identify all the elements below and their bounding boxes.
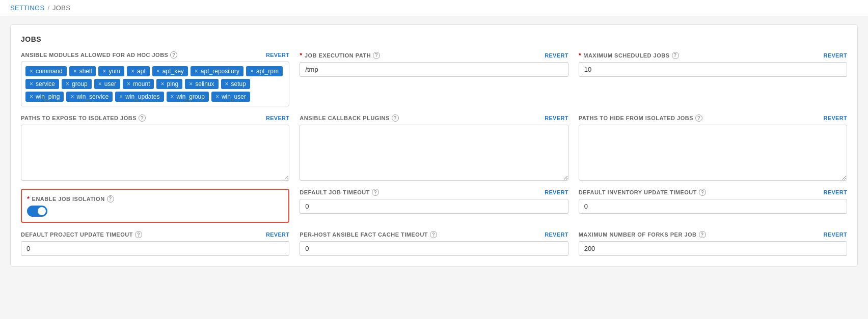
tag-remove-apt_key[interactable]: × <box>156 68 160 75</box>
main-content: JOBS ANSIBLE MODULES ALLOWED FOR AD HOC … <box>0 16 868 275</box>
tag-win_service: ×win_service <box>66 92 113 102</box>
per-host-fact-cache-timeout-revert-button[interactable]: REVERT <box>545 231 568 238</box>
max-scheduled-jobs-help-icon[interactable]: ? <box>672 52 679 59</box>
paths-expose-header: PATHS TO EXPOSE TO ISOLATED JOBS ? REVER… <box>21 114 289 122</box>
breadcrumb-separator: / <box>47 4 49 12</box>
paths-hide-help-icon[interactable]: ? <box>695 114 702 122</box>
tag-win_ping: ×win_ping <box>25 92 64 102</box>
max-forks-per-job-header: MAXIMUM NUMBER OF FORKS PER JOB ? REVERT <box>579 231 847 238</box>
breadcrumb-settings-link[interactable]: SETTINGS <box>10 4 44 12</box>
tag-remove-setup[interactable]: × <box>225 80 229 88</box>
job-execution-path-field: * JOB EXECUTION PATH ? REVERT <box>300 51 568 106</box>
tag-setup: ×setup <box>221 79 250 89</box>
ansible-callback-plugins-textarea[interactable] <box>300 125 568 181</box>
section-title: JOBS <box>21 35 847 43</box>
max-scheduled-jobs-label: * MAXIMUM SCHEDULED JOBS ? <box>579 51 679 59</box>
tag-remove-win_ping[interactable]: × <box>30 93 33 100</box>
default-job-timeout-help-icon[interactable]: ? <box>372 189 379 196</box>
default-project-update-timeout-revert-button[interactable]: REVERT <box>266 231 289 238</box>
max-forks-per-job-revert-button[interactable]: REVERT <box>824 231 847 238</box>
tag-remove-yum[interactable]: × <box>102 68 106 75</box>
tag-remove-win_updates[interactable]: × <box>119 93 123 100</box>
ansible-modules-help-icon[interactable]: ? <box>170 51 177 59</box>
tag-user: ×user <box>94 79 120 89</box>
job-execution-path-revert-button[interactable]: REVERT <box>545 52 568 59</box>
default-job-timeout-field: DEFAULT JOB TIMEOUT ? REVERT <box>300 189 568 223</box>
paths-expose-revert-button[interactable]: REVERT <box>266 115 289 121</box>
tag-remove-apt_rpm[interactable]: × <box>250 68 254 75</box>
enable-job-isolation-required: * <box>27 195 30 202</box>
tag-command: ×command <box>25 66 67 76</box>
tag-remove-command[interactable]: × <box>30 68 33 75</box>
default-project-update-timeout-input[interactable] <box>21 241 289 256</box>
default-inventory-update-timeout-help-icon[interactable]: ? <box>699 189 706 196</box>
tag-apt_repository: ×apt_repository <box>191 66 243 76</box>
job-execution-path-input[interactable] <box>300 62 568 77</box>
enable-job-isolation-label: * ENABLE JOB ISOLATION ? <box>27 195 114 202</box>
max-forks-per-job-label: MAXIMUM NUMBER OF FORKS PER JOB ? <box>579 231 706 238</box>
tag-remove-mount[interactable]: × <box>127 80 130 88</box>
default-inventory-update-timeout-input[interactable] <box>579 199 847 214</box>
default-project-update-timeout-help-icon[interactable]: ? <box>135 231 142 238</box>
tag-remove-apt_repository[interactable]: × <box>195 68 198 75</box>
max-scheduled-jobs-revert-button[interactable]: REVERT <box>824 52 847 59</box>
tag-remove-service[interactable]: × <box>30 80 33 88</box>
default-inventory-update-timeout-field: DEFAULT INVENTORY UPDATE TIMEOUT ? REVER… <box>579 189 847 223</box>
tag-remove-group[interactable]: × <box>66 80 69 88</box>
paths-expose-label: PATHS TO EXPOSE TO ISOLATED JOBS ? <box>21 114 146 122</box>
job-execution-path-help-icon[interactable]: ? <box>373 52 380 59</box>
per-host-fact-cache-timeout-label: PER-HOST ANSIBLE FACT CACHE TIMEOUT ? <box>300 231 437 238</box>
tag-service: ×service <box>25 79 59 89</box>
tag-remove-ping[interactable]: × <box>160 80 164 88</box>
default-inventory-update-timeout-label: DEFAULT INVENTORY UPDATE TIMEOUT ? <box>579 189 706 196</box>
paths-expose-textarea[interactable] <box>21 125 289 181</box>
default-job-timeout-revert-button[interactable]: REVERT <box>545 189 568 195</box>
max-scheduled-jobs-header: * MAXIMUM SCHEDULED JOBS ? REVERT <box>579 51 847 59</box>
tag-yum: ×yum <box>98 66 124 76</box>
enable-job-isolation-help-icon[interactable]: ? <box>107 195 114 202</box>
paths-expose-help-icon[interactable]: ? <box>139 114 146 122</box>
max-scheduled-jobs-required: * <box>579 51 582 59</box>
ansible-callback-plugins-revert-button[interactable]: REVERT <box>545 115 568 121</box>
tag-remove-win_service[interactable]: × <box>70 93 74 100</box>
default-job-timeout-input[interactable] <box>300 199 568 214</box>
default-inventory-update-timeout-revert-button[interactable]: REVERT <box>824 189 847 195</box>
enable-job-isolation-toggle-container <box>27 206 283 217</box>
tag-win_group: ×win_group <box>167 92 209 102</box>
max-forks-per-job-input[interactable] <box>579 241 847 256</box>
per-host-fact-cache-timeout-help-icon[interactable]: ? <box>430 231 437 238</box>
ansible-callback-plugins-help-icon[interactable]: ? <box>392 114 399 122</box>
row-1-grid: ANSIBLE MODULES ALLOWED FOR AD HOC JOBS … <box>21 51 847 106</box>
job-execution-path-required: * <box>300 51 303 59</box>
tag-selinux: ×selinux <box>185 79 218 89</box>
job-execution-path-label: * JOB EXECUTION PATH ? <box>300 51 380 59</box>
tag-remove-selinux[interactable]: × <box>189 80 193 88</box>
max-scheduled-jobs-input[interactable] <box>579 62 847 77</box>
enable-job-isolation-toggle[interactable] <box>27 206 47 217</box>
paths-hide-label: PATHS TO HIDE FROM ISOLATED JOBS ? <box>579 114 702 122</box>
paths-hide-revert-button[interactable]: REVERT <box>824 115 847 121</box>
default-project-update-timeout-label: DEFAULT PROJECT UPDATE TIMEOUT ? <box>21 231 142 238</box>
tag-remove-user[interactable]: × <box>98 80 102 88</box>
paths-hide-textarea[interactable] <box>579 125 847 181</box>
max-forks-per-job-help-icon[interactable]: ? <box>699 231 706 238</box>
tag-group: ×group <box>62 79 92 89</box>
ansible-callback-plugins-header: ANSIBLE CALLBACK PLUGINS ? REVERT <box>300 114 568 122</box>
max-scheduled-jobs-field: * MAXIMUM SCHEDULED JOBS ? REVERT <box>579 51 847 106</box>
ansible-modules-header: ANSIBLE MODULES ALLOWED FOR AD HOC JOBS … <box>21 51 289 59</box>
tag-remove-win_user[interactable]: × <box>215 93 219 100</box>
enable-job-isolation-field: * ENABLE JOB ISOLATION ? <box>21 189 289 223</box>
default-job-timeout-header: DEFAULT JOB TIMEOUT ? REVERT <box>300 189 568 196</box>
ansible-callback-plugins-label: ANSIBLE CALLBACK PLUGINS ? <box>300 114 398 122</box>
tag-win_user: ×win_user <box>211 92 250 102</box>
tag-win_updates: ×win_updates <box>115 92 164 102</box>
tag-mount: ×mount <box>123 79 154 89</box>
tag-apt: ×apt <box>127 66 150 76</box>
tag-remove-shell[interactable]: × <box>73 68 77 75</box>
ansible-modules-revert-button[interactable]: REVERT <box>266 52 289 58</box>
breadcrumb-bar: SETTINGS / JOBS <box>0 0 868 16</box>
tag-remove-apt[interactable]: × <box>131 68 134 75</box>
per-host-fact-cache-timeout-input[interactable] <box>300 241 568 256</box>
paths-hide-header: PATHS TO HIDE FROM ISOLATED JOBS ? REVER… <box>579 114 847 122</box>
tag-remove-win_group[interactable]: × <box>171 93 174 100</box>
